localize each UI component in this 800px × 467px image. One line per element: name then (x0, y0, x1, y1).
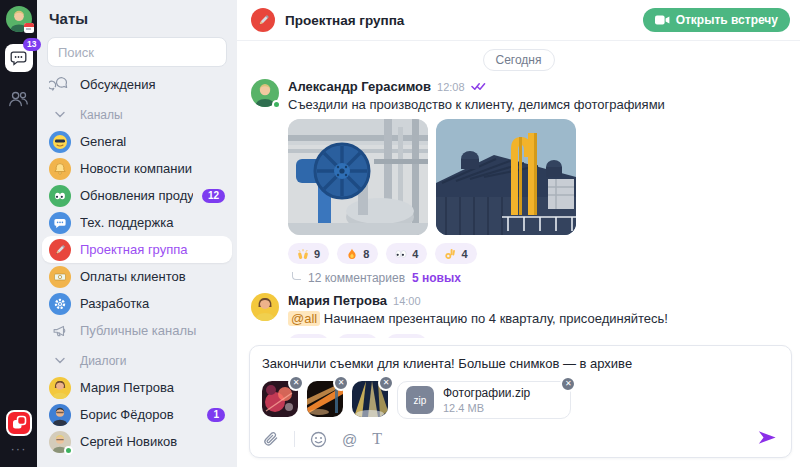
app-window: 13 ··· Чаты Обсуждения Каналы General (0, 0, 800, 467)
read-checkmarks-icon (471, 82, 486, 91)
remove-attachment-icon[interactable]: ✕ (378, 375, 394, 391)
channel-label: Обновления продукта (80, 188, 193, 203)
avatar (49, 431, 71, 453)
sidebar-item-boris-fedorov[interactable]: Борис Фёдоров 1 (42, 401, 232, 428)
send-button[interactable] (755, 429, 779, 449)
reaction-heart[interactable]: 1 (337, 334, 378, 338)
sidebar-item-public-channels[interactable]: Публичные каналы (42, 317, 232, 344)
left-rail: 13 ··· (0, 0, 37, 467)
comments-link[interactable]: 12 комментариев 5 новых (288, 271, 665, 285)
channel-label: Проектная группа (80, 242, 225, 257)
emoji-button[interactable] (310, 431, 327, 448)
message-list: Сегодня Александр Герасимов 12:08 Съезди… (237, 41, 800, 338)
attachment-thumb-concert-red[interactable]: ✕ (262, 381, 298, 417)
send-icon (757, 429, 777, 446)
sidebar-item-label: Обсуждения (80, 77, 225, 92)
section-label: Диалоги (80, 354, 126, 368)
remove-attachment-icon[interactable]: ✕ (560, 376, 576, 392)
channel-label: Оплаты клиентов (80, 269, 225, 284)
raised-hands-icon (297, 248, 309, 260)
search-input[interactable] (47, 37, 227, 67)
reaction-count: 4 (461, 248, 467, 260)
sidebar-item-discussions[interactable]: Обсуждения (42, 71, 232, 98)
channel-label: General (80, 134, 225, 149)
remove-attachment-icon[interactable]: ✕ (333, 375, 349, 391)
text-format-button[interactable]: T (372, 430, 382, 448)
dialog-label: Сергей Новиков (80, 434, 225, 449)
reaction-count: 9 (314, 248, 320, 260)
composer-input[interactable]: Закончили съемки для клиента! Больше сни… (262, 356, 779, 371)
open-meeting-label: Открыть встречу (676, 13, 778, 27)
sidebar-item-maria-petrova[interactable]: Мария Петрова (42, 374, 232, 401)
sidebar-item-development[interactable]: Разработка (42, 290, 232, 317)
reaction-count: 4 (412, 248, 418, 260)
section-label: Каналы (80, 108, 123, 122)
chevron-down-icon (55, 357, 65, 364)
banknote-emoji-icon (49, 266, 71, 288)
sidebar-item-project-group[interactable]: Проектная группа (42, 236, 232, 263)
sidebar-item-tech-support[interactable]: Тех. поддержка (42, 209, 232, 236)
toolbar-divider (294, 431, 295, 447)
sidebar-item-label: Публичные каналы (80, 323, 225, 338)
message-time: 14:00 (393, 295, 421, 307)
reaction-count: 8 (363, 248, 369, 260)
sidebar-item-sergey-novikov[interactable]: Сергей Новиков (42, 428, 232, 455)
sidebar-item-client-payments[interactable]: Оплаты клиентов (42, 263, 232, 290)
message-time: 12:08 (437, 81, 465, 93)
message-composer[interactable]: Закончили съемки для клиента! Больше сни… (249, 345, 792, 458)
reaction-ok-hand[interactable]: 4 (435, 243, 476, 264)
attachment-thumb-concert-orange[interactable]: ✕ (307, 381, 343, 417)
online-indicator (64, 446, 73, 455)
open-meeting-button[interactable]: Открыть встречу (643, 8, 790, 32)
attach-file-button[interactable] (262, 431, 279, 448)
photo-attachment-factory-exterior[interactable] (436, 119, 576, 235)
rail-contacts-button[interactable] (5, 84, 33, 112)
mention-all[interactable]: @all (288, 311, 320, 326)
reaction-raised-hands[interactable]: 9 (288, 243, 329, 264)
rail-chats-button[interactable]: 13 (5, 44, 33, 72)
attachment-thumb-stage-lights[interactable]: ✕ (352, 381, 388, 417)
photo-attachment-factory-interior[interactable] (288, 119, 428, 235)
message-author[interactable]: Александр Герасимов (288, 79, 431, 94)
avatar (49, 404, 71, 426)
zip-file-icon: zip (406, 386, 434, 414)
chat-bubble-icon (10, 50, 27, 66)
attachment-file-card[interactable]: zip Фотографии.zip 12.4 MB ✕ (397, 381, 571, 419)
app-logo-icon (6, 410, 32, 436)
app-logo[interactable] (6, 410, 32, 436)
message-text-body: Начинаем презентацию по 4 кварталу, прис… (324, 311, 668, 326)
file-size: 12.4 MB (443, 402, 530, 414)
sidebar-title: Чаты (37, 10, 237, 27)
message-author[interactable]: Мария Петрова (288, 293, 387, 308)
eyes-icon (395, 248, 407, 260)
sidebar-item-general[interactable]: General (42, 128, 232, 155)
message: Александр Герасимов 12:08 Съездили на пр… (251, 79, 786, 285)
unread-badge: 12 (202, 189, 225, 203)
dialogs-section-header[interactable]: Диалоги (42, 347, 232, 374)
reaction-fire[interactable]: 8 (337, 243, 378, 264)
sidebar-item-product-updates[interactable]: Обновления продукта 12 (42, 182, 232, 209)
file-name: Фотографии.zip (443, 386, 530, 400)
channel-label: Разработка (80, 296, 225, 311)
remove-attachment-icon[interactable]: ✕ (288, 375, 304, 391)
sidebar-item-company-news[interactable]: Новости компании (42, 155, 232, 182)
channel-label: Новости компании (80, 161, 225, 176)
people-icon (8, 89, 29, 108)
rail-more-button[interactable]: ··· (11, 442, 27, 455)
composer-toolbar: @ T (262, 429, 779, 449)
discussions-icon (49, 77, 71, 92)
sunglasses-emoji-icon (49, 131, 71, 153)
online-indicator (272, 100, 281, 109)
sidebar-nav: Обсуждения Каналы General Новости компан… (37, 71, 237, 467)
reaction-rocket[interactable]: 1 (288, 334, 329, 338)
reaction-eyes[interactable]: 4 (386, 243, 427, 264)
avatar[interactable] (251, 293, 279, 321)
new-comments-count: 5 новых (412, 271, 461, 285)
channels-section-header[interactable]: Каналы (42, 101, 232, 128)
sidebar: Чаты Обсуждения Каналы General Новости к… (37, 0, 237, 467)
reaction-thumbs-up[interactable]: 1 (386, 334, 427, 338)
current-user-avatar[interactable] (6, 6, 32, 32)
avatar[interactable] (251, 79, 279, 107)
speech-bubble-emoji-icon (49, 212, 71, 234)
mention-button[interactable]: @ (342, 431, 357, 448)
